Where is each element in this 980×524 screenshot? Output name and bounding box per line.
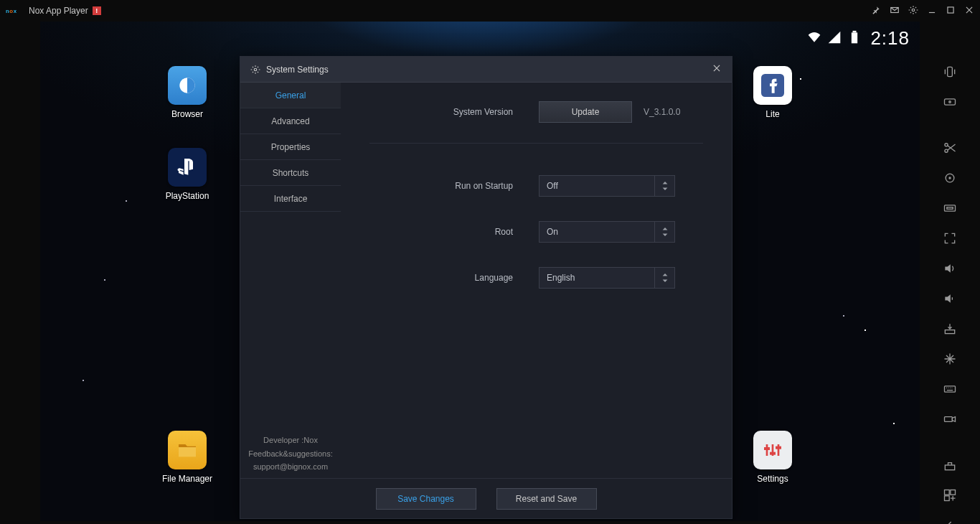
dialog-footer: Save Changes Reset and Save [240, 478, 732, 518]
root-select[interactable]: On [539, 221, 675, 243]
keyboard-mapping-icon[interactable] [942, 95, 958, 109]
chevron-updown-icon [654, 222, 674, 242]
language-select[interactable]: English [539, 267, 675, 289]
svg-rect-28 [945, 386, 956, 392]
minimize-icon[interactable] [927, 5, 937, 17]
run-startup-select[interactable]: Off [539, 175, 675, 197]
svg-point-20 [949, 101, 951, 103]
emulator-side-toolbar [920, 22, 980, 521]
tab-shortcuts[interactable]: Shortcuts [240, 160, 341, 186]
svg-rect-13 [778, 444, 780, 456]
svg-text:o: o [9, 8, 13, 14]
desktop-icon-label: Settings [740, 474, 805, 484]
dev-line: Feedback&suggestions: [240, 447, 341, 461]
svg-rect-32 [951, 490, 956, 495]
version-text: V_3.1.0.0 [644, 107, 680, 117]
volume-down-icon[interactable] [942, 291, 958, 306]
mail-icon[interactable] [890, 5, 900, 17]
window-titlebar: nox Nox App Player ! [0, 0, 980, 22]
svg-rect-8 [853, 30, 857, 32]
android-status-bar: 2:18 [807, 27, 910, 50]
svg-rect-5 [929, 11, 935, 12]
my-computer-icon[interactable] [942, 201, 958, 215]
desktop-icon-label: Browser [155, 109, 220, 119]
clock-text: 2:18 [870, 27, 910, 50]
fullscreen-icon[interactable] [942, 231, 958, 245]
dialog-sidebar: General Advanced Properties Shortcuts In… [240, 83, 341, 478]
label-language: Language [369, 273, 513, 283]
back-icon[interactable] [942, 518, 958, 524]
svg-rect-18 [948, 67, 953, 76]
desktop-icon-label: PlayStation [155, 191, 220, 201]
dialog-close-button[interactable] [712, 63, 722, 75]
svg-point-4 [912, 9, 915, 11]
wifi-icon [807, 29, 821, 49]
pin-icon[interactable] [871, 5, 881, 17]
desktop-icon-file-manager[interactable]: File Manager [155, 431, 220, 484]
tab-interface[interactable]: Interface [240, 186, 341, 212]
location-icon[interactable] [942, 171, 958, 185]
svg-rect-31 [945, 490, 950, 495]
alert-badge-icon[interactable]: ! [93, 6, 101, 15]
chevron-updown-icon [654, 176, 674, 196]
shake-icon[interactable] [942, 65, 958, 79]
keyboard-icon[interactable] [942, 382, 958, 396]
svg-point-24 [948, 177, 951, 179]
svg-rect-30 [945, 465, 954, 470]
update-button[interactable]: Update [539, 101, 632, 123]
desktop-icon-label: File Manager [155, 474, 220, 484]
svg-rect-19 [945, 99, 956, 105]
select-value: Off [547, 181, 558, 191]
gear-icon [250, 65, 260, 75]
reset-and-save-button[interactable]: Reset and Save [496, 488, 597, 510]
emulator-viewport: 2:18 Browser PlayStation File Manager Li… [40, 22, 920, 521]
svg-point-17 [254, 68, 257, 71]
save-changes-button[interactable]: Save Changes [376, 488, 476, 510]
apk-install-icon[interactable] [942, 322, 958, 336]
svg-rect-15 [770, 452, 776, 455]
gear-icon[interactable] [908, 5, 918, 17]
developer-info: Developer :Nox Feedback&suggestions: sup… [240, 434, 341, 474]
label-run-startup: Run on Startup [369, 181, 513, 191]
tab-general[interactable]: General [240, 83, 341, 108]
dialog-title: System Settings [266, 65, 329, 75]
app-title: Nox App Player [29, 6, 88, 16]
maximize-icon[interactable] [946, 5, 956, 17]
svg-rect-25 [945, 205, 956, 211]
scissors-icon[interactable] [942, 141, 958, 155]
label-root: Root [369, 227, 513, 237]
tab-advanced[interactable]: Advanced [240, 108, 341, 134]
desktop-icon-lite[interactable]: Lite [740, 66, 805, 119]
dialog-header: System Settings [240, 57, 732, 83]
desktop-icon-playstation[interactable]: PlayStation [155, 148, 220, 201]
dev-line: Developer :Nox [240, 434, 341, 447]
divider [369, 143, 703, 144]
sparkle-icon[interactable] [942, 352, 958, 366]
volume-up-icon[interactable] [942, 261, 958, 276]
svg-rect-26 [947, 207, 953, 210]
svg-rect-16 [776, 446, 781, 449]
chevron-updown-icon [654, 268, 674, 288]
svg-rect-6 [948, 6, 953, 12]
svg-text:x: x [14, 8, 17, 14]
desktop-icon-settings[interactable]: Settings [740, 431, 805, 484]
svg-rect-14 [764, 447, 770, 450]
svg-text:n: n [6, 8, 9, 14]
dialog-content: System Version Update V_3.1.0.0 Run on S… [341, 83, 732, 478]
svg-rect-33 [945, 496, 950, 501]
record-icon[interactable] [942, 412, 958, 426]
battery-icon [847, 29, 862, 49]
system-settings-dialog: System Settings General Advanced Propert… [240, 56, 732, 519]
multi-instance-icon[interactable] [942, 488, 958, 502]
desktop-icon-browser[interactable]: Browser [155, 66, 220, 119]
tab-properties[interactable]: Properties [240, 134, 341, 160]
select-value: English [547, 273, 575, 283]
svg-rect-27 [945, 330, 954, 334]
svg-rect-29 [945, 417, 953, 422]
svg-rect-7 [852, 32, 857, 43]
screenshot-icon[interactable] [942, 458, 958, 472]
select-value: On [547, 227, 558, 237]
signal-icon [827, 29, 842, 49]
close-icon[interactable] [964, 5, 974, 17]
nox-logo: nox [6, 6, 24, 16]
